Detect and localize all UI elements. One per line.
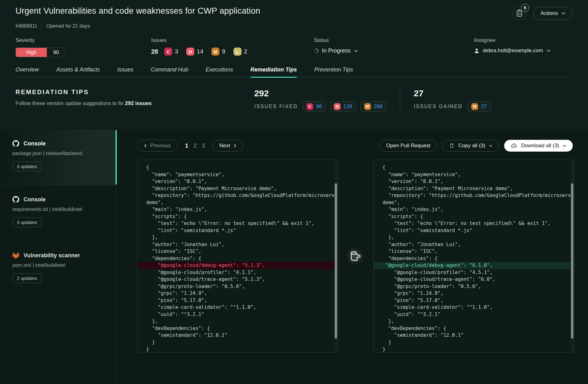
gitlab-icon	[12, 252, 19, 259]
sidebar-item-title: Console	[24, 140, 46, 147]
code-line: "@google-cloud/debug-agent": "6.1.0",	[374, 262, 574, 269]
severity-chip: C	[306, 103, 313, 110]
code-line: }	[382, 346, 568, 353]
code-line: "semistandard": "12.0.1"	[382, 332, 568, 339]
page-number[interactable]: 2	[193, 143, 197, 149]
code-pane-after: { "name": "paymentservice", "version": "…	[373, 160, 574, 353]
code-pane-before: { "name": "paymentservice", "version": "…	[137, 160, 338, 353]
code-line: "grpc": "1.24.9",	[382, 290, 568, 297]
badge-count: 96	[316, 103, 322, 110]
code-line: "devDependencies": {	[382, 325, 568, 332]
issues-gained-value: 27	[414, 89, 491, 98]
chevron-down-icon	[489, 145, 492, 147]
severity-count: L 2	[233, 48, 247, 56]
copy-all-button[interactable]: Copy all (3)	[442, 140, 499, 152]
assignee-dropdown[interactable]: debra.holt@example.com	[474, 48, 550, 54]
tab[interactable]: Issues	[117, 66, 133, 77]
scrollbar-thumb[interactable]	[571, 183, 573, 339]
download-all-button[interactable]: Download all (3)	[504, 140, 573, 152]
status-dropdown[interactable]: In Progress	[314, 48, 474, 54]
tab-bar: Overview Assets & Artifacts Issues Comma…	[16, 66, 572, 77]
github-icon	[12, 140, 19, 147]
severity-chip: C	[164, 48, 172, 56]
severity-count-badge: M 268	[360, 101, 386, 112]
code-line: demo",	[146, 199, 332, 206]
chevron-left-icon	[144, 144, 147, 148]
code-line: "@google-cloud/profiler": "4.1.1",	[146, 269, 332, 276]
severity-count-value: 3	[175, 48, 178, 55]
badge-count: 128	[343, 103, 352, 110]
issues-fixed-label: ISSUES FIXED	[254, 104, 298, 109]
code-line: "@google-cloud/trace-agent": "5.1.3",	[146, 276, 332, 283]
sidebar-item[interactable]: Console package.json | release/backend 3…	[0, 130, 116, 185]
previous-label: Previous	[150, 143, 171, 149]
assignee-value: debra.holt@example.com	[483, 48, 543, 54]
issues-total: 28	[151, 48, 158, 55]
sidebar-item-subtitle: pom.xml | intel/buildintel	[12, 263, 104, 268]
severity-count: H 14	[186, 48, 203, 56]
issues-label: Issues	[151, 37, 314, 43]
opened-duration: Opened for 21 days	[46, 23, 90, 29]
status-label: Status	[314, 37, 474, 43]
copy-document-icon	[449, 143, 455, 149]
vertical-scrollbar[interactable]	[571, 160, 574, 352]
in-progress-icon	[313, 48, 319, 54]
severity-count-value: 14	[197, 48, 203, 55]
open-pull-request-button[interactable]: Open Pull Request	[379, 140, 437, 152]
next-button[interactable]: Next	[212, 140, 243, 152]
code-line: "main": "index.js",	[146, 206, 332, 213]
actions-button-label: Actions	[541, 10, 558, 16]
chevron-down-icon	[563, 145, 566, 147]
sidebar-item-subtitle: package.json | release/backend	[12, 151, 104, 156]
tab[interactable]: Overview	[16, 66, 39, 77]
issues-fixed-value: 292	[254, 89, 386, 98]
sidebar-item[interactable]: Console requirements.txt | intel/buildin…	[0, 185, 116, 241]
code-line: "description": "Payment Microservice dem…	[146, 185, 332, 192]
code-line: demo",	[382, 199, 568, 206]
chevron-down-icon	[354, 50, 358, 52]
tab[interactable]: Executions	[206, 66, 233, 77]
sidebar-item-subtitle: requirements.txt | intel/buildintel	[12, 207, 104, 212]
code-line: "@google-cloud/profiler": "4.5.1",	[382, 269, 568, 276]
issues-gained-stat: 27 ISSUES GAINED M 27	[414, 89, 491, 112]
sidebar-item[interactable]: Vulnerability scanner pom.xml | intel/bu…	[0, 241, 116, 297]
code-line: }	[382, 339, 568, 346]
code-line: "author": "Jonathan Lui",	[382, 241, 568, 248]
page-number[interactable]: 3	[202, 143, 205, 149]
actions-button[interactable]: Actions	[533, 7, 572, 20]
code-line: {	[382, 164, 568, 171]
tab[interactable]: Assets & Artifacts	[56, 66, 100, 77]
code-line: },	[382, 234, 568, 241]
code-line: },	[146, 234, 332, 241]
severity-chip: H	[186, 48, 194, 56]
pagination: Previous 1 2 3 Next	[137, 140, 243, 152]
code-line: "devDependencies": {	[146, 325, 332, 332]
severity-score: 90	[47, 48, 65, 57]
code-line: "simple-card-validator": "^1.1.0",	[146, 304, 332, 311]
next-label: Next	[219, 143, 230, 149]
chevron-right-icon	[234, 144, 236, 148]
previous-button[interactable]: Previous	[137, 140, 178, 152]
badge-count: 27	[481, 103, 487, 110]
tab[interactable]: Prevention Tips	[314, 66, 353, 77]
code-line: "scripts": {	[382, 213, 568, 220]
vertical-scrollbar[interactable]	[334, 160, 337, 352]
sidebar-item-title: Vulnerability scanner	[24, 252, 80, 259]
code-line: }	[146, 339, 332, 346]
tab[interactable]: Remediation Tips	[251, 66, 297, 77]
severity-count-badge: C 96	[303, 101, 326, 112]
severity-meter: High 90	[16, 48, 66, 57]
badge-count: 268	[374, 103, 382, 110]
page-number[interactable]: 1	[185, 143, 188, 149]
tab[interactable]: Command Hub	[151, 66, 188, 77]
tasks-button[interactable]: 5	[512, 6, 527, 21]
scrollbar-thumb[interactable]	[335, 183, 337, 339]
severity-chip: M	[211, 48, 219, 56]
code-line: "repository": "https://github.com/Google…	[382, 192, 568, 199]
chevron-down-icon	[562, 12, 565, 15]
severity-count-badge: M 27	[468, 101, 491, 112]
severity-count: C 3	[164, 48, 178, 56]
section-subtitle: Follow these version update suggestions …	[16, 100, 254, 107]
divider	[400, 89, 400, 110]
thumbs-up-cursor-icon	[351, 251, 361, 262]
